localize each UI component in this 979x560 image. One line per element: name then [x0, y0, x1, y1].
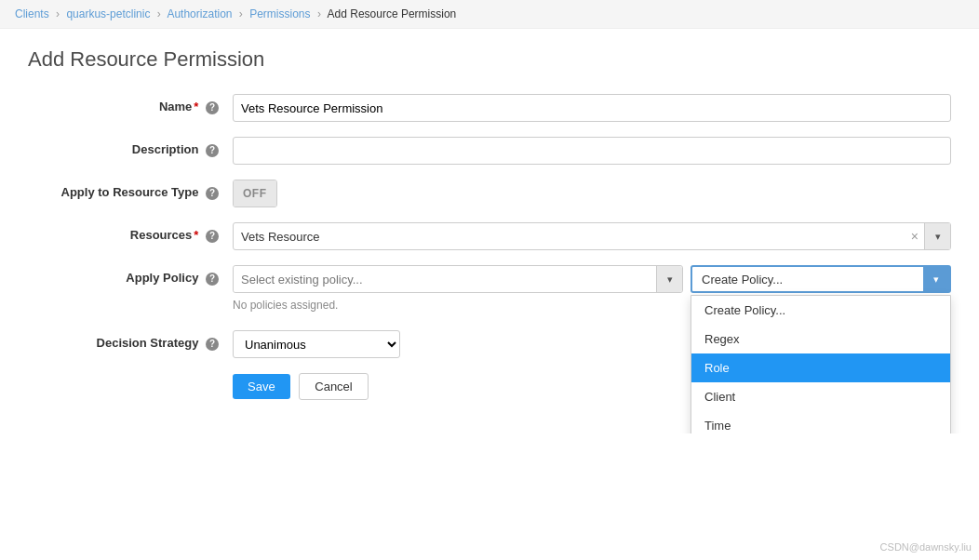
decision-strategy-label: Decision Strategy ? — [28, 330, 233, 351]
buttons-spacer — [28, 373, 233, 379]
resource-type-label: Apply to Resource Type ? — [28, 180, 233, 200]
resources-help-icon[interactable]: ? — [206, 230, 219, 243]
resources-control-wrap: Vets Resource × ▾ — [233, 222, 951, 250]
policy-existing-dropdown-icon[interactable]: ▾ — [656, 266, 682, 292]
toggle-off-label: OFF — [234, 180, 276, 207]
create-policy-dropdown: Create Policy... ▾ Create Policy...Regex… — [691, 265, 951, 293]
form-container: Name* ? Description ? Apply to Resource … — [28, 94, 951, 400]
apply-policy-row: Apply Policy ? ▾ Create Policy... ▾ — [28, 265, 951, 312]
name-label: Name* ? — [28, 94, 233, 114]
create-policy-button[interactable]: Create Policy... ▾ — [691, 265, 951, 293]
description-control-wrap — [233, 137, 951, 165]
page-content: Add Resource Permission Name* ? Descript… — [0, 29, 979, 433]
resource-type-row: Apply to Resource Type ? OFF — [28, 180, 951, 207]
breadcrumb-current: Add Resource Permission — [328, 7, 457, 20]
breadcrumb-permissions[interactable]: Permissions — [249, 7, 310, 20]
description-help-icon[interactable]: ? — [206, 144, 219, 157]
policy-search-input[interactable] — [234, 266, 656, 292]
toggle-button[interactable]: OFF — [233, 180, 277, 207]
save-button[interactable]: Save — [233, 374, 290, 399]
breadcrumb-authorization[interactable]: Authorization — [167, 7, 232, 20]
name-control-wrap — [233, 94, 951, 122]
resources-dropdown-icon[interactable]: ▾ — [924, 223, 950, 249]
description-label: Description ? — [28, 137, 233, 157]
resources-row: Resources* ? Vets Resource × ▾ — [28, 222, 951, 250]
apply-policy-help-icon[interactable]: ? — [206, 273, 219, 286]
resource-type-help-icon[interactable]: ? — [206, 187, 219, 200]
name-row: Name* ? — [28, 94, 951, 122]
breadcrumb-sep-2: › — [157, 7, 161, 20]
breadcrumb-clients[interactable]: Clients — [15, 7, 49, 20]
decision-strategy-select[interactable]: UnanimousAffirmativeConsensus — [233, 330, 400, 358]
dropdown-item[interactable]: Regex — [691, 325, 950, 353]
resources-select[interactable]: Vets Resource × ▾ — [233, 222, 951, 250]
resources-value: Vets Resource — [234, 225, 905, 248]
policy-select-area: ▾ Create Policy... ▾ Create Policy...Reg… — [233, 265, 951, 312]
dropdown-item[interactable]: Create Policy... — [691, 296, 950, 325]
policy-inputs: ▾ Create Policy... ▾ Create Policy...Reg… — [233, 265, 951, 293]
name-input[interactable] — [233, 94, 951, 122]
decision-strategy-help-icon[interactable]: ? — [206, 338, 219, 351]
breadcrumb-petclinic[interactable]: quarkus-petclinic — [66, 7, 150, 20]
breadcrumb: Clients › quarkus-petclinic › Authorizat… — [0, 0, 979, 29]
name-help-icon[interactable]: ? — [206, 101, 219, 114]
resources-clear-icon[interactable]: × — [905, 229, 924, 244]
create-policy-label: Create Policy... — [692, 273, 923, 287]
resource-type-control-wrap: OFF — [233, 180, 951, 207]
dropdown-item[interactable]: Client — [691, 382, 950, 411]
cancel-button[interactable]: Cancel — [299, 373, 368, 400]
create-policy-arrow-icon[interactable]: ▾ — [923, 267, 949, 291]
dropdown-item[interactable]: Role — [691, 353, 950, 382]
description-input[interactable] — [233, 137, 951, 165]
resources-label: Resources* ? — [28, 222, 233, 243]
breadcrumb-sep-1: › — [56, 7, 60, 20]
breadcrumb-sep-3: › — [239, 7, 243, 20]
dropdown-item[interactable]: Time — [691, 411, 950, 433]
description-row: Description ? — [28, 137, 951, 165]
page-title: Add Resource Permission — [28, 47, 951, 72]
apply-policy-label: Apply Policy ? — [28, 265, 233, 286]
breadcrumb-sep-4: › — [317, 7, 321, 20]
create-policy-menu: Create Policy...RegexRoleClientTimeUserC… — [691, 295, 951, 433]
policy-existing-select[interactable]: ▾ — [233, 265, 683, 293]
